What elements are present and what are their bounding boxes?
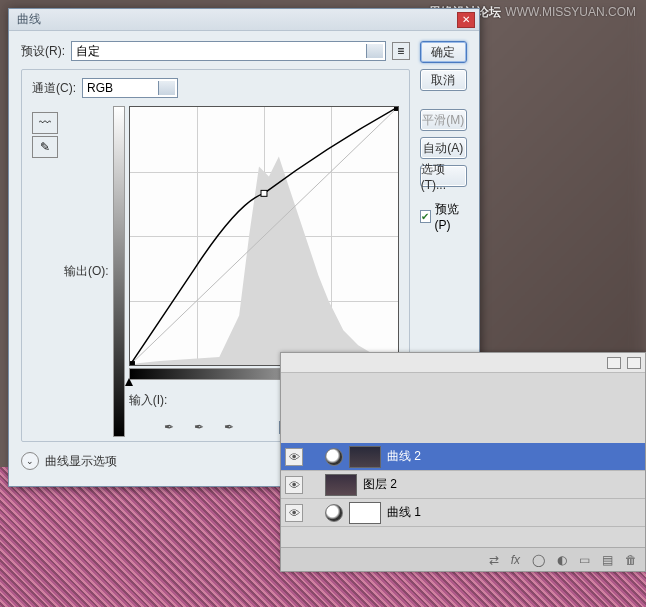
cancel-button[interactable]: 取消 xyxy=(420,69,467,91)
panel-titlebar[interactable] xyxy=(281,353,645,373)
auto-button[interactable]: 自动(A) xyxy=(420,137,467,159)
new-layer-icon[interactable]: ▤ xyxy=(602,553,613,567)
svg-rect-1 xyxy=(130,361,135,365)
output-gradient xyxy=(113,106,125,437)
panel-footer: ⇄ fx ◯ ◐ ▭ ▤ 🗑 xyxy=(281,547,645,571)
pencil-icon[interactable]: ✎ xyxy=(32,136,58,158)
trash-icon[interactable]: 🗑 xyxy=(625,553,637,567)
svg-rect-3 xyxy=(261,190,267,196)
layer-list: 👁 曲线 2 👁 图层 2 👁 曲线 1 xyxy=(281,443,645,547)
channel-label: 通道(C): xyxy=(32,80,76,97)
layer-name[interactable]: 曲线 2 xyxy=(387,448,641,465)
layer-mask-thumb[interactable] xyxy=(349,446,381,468)
curves-graph[interactable] xyxy=(129,106,399,366)
mask-icon[interactable]: ◯ xyxy=(532,553,545,567)
chevron-down-icon xyxy=(371,49,379,54)
input-label: 输入(I): xyxy=(129,393,168,407)
layer-row-empty xyxy=(281,527,645,547)
dialog-title: 曲线 xyxy=(13,11,457,28)
layer-row[interactable]: 👁 曲线 1 xyxy=(281,499,645,527)
minimize-icon[interactable] xyxy=(607,357,621,369)
black-eyedropper-icon[interactable]: ✒ xyxy=(159,417,179,437)
close-icon[interactable]: ✕ xyxy=(457,12,475,28)
black-point-handle[interactable] xyxy=(125,378,133,386)
preview-checkbox[interactable]: ✔ xyxy=(420,210,431,223)
fx-icon[interactable]: fx xyxy=(511,553,520,567)
layer-row[interactable]: 👁 曲线 2 xyxy=(281,443,645,471)
link-icon[interactable]: ⇄ xyxy=(489,553,499,567)
curve-draw-icon[interactable]: 〰 xyxy=(32,112,58,134)
preset-label: 预设(R): xyxy=(21,43,65,60)
expand-icon[interactable]: ⌄ xyxy=(21,452,39,470)
svg-rect-2 xyxy=(394,107,398,111)
visibility-icon[interactable]: 👁 xyxy=(285,504,303,522)
adjustment-layer-icon[interactable]: ◐ xyxy=(557,553,567,567)
layer-name[interactable]: 图层 2 xyxy=(363,476,641,493)
preset-menu-icon[interactable]: ≡ xyxy=(392,42,410,60)
layer-name[interactable]: 曲线 1 xyxy=(387,504,641,521)
group-icon[interactable]: ▭ xyxy=(579,553,590,567)
layer-mask-thumb[interactable] xyxy=(349,502,381,524)
white-eyedropper-icon[interactable]: ✒ xyxy=(219,417,239,437)
channel-combo[interactable]: RGB xyxy=(82,78,178,98)
panel-options-area xyxy=(281,373,645,443)
visibility-icon[interactable]: 👁 xyxy=(285,448,303,466)
layers-panel: 👁 曲线 2 👁 图层 2 👁 曲线 1 ⇄ fx ◯ ◐ ▭ ▤ 🗑 xyxy=(280,352,646,572)
expand-label: 曲线显示选项 xyxy=(45,453,117,470)
layer-row[interactable]: 👁 图层 2 xyxy=(281,471,645,499)
adjustment-icon xyxy=(325,448,343,466)
curve-line xyxy=(130,107,398,365)
gray-eyedropper-icon[interactable]: ✒ xyxy=(189,417,209,437)
ok-button[interactable]: 确定 xyxy=(420,41,467,63)
options-button[interactable]: 选项(T)... xyxy=(420,165,467,187)
preset-combo[interactable]: 自定 xyxy=(71,41,386,61)
visibility-icon[interactable]: 👁 xyxy=(285,476,303,494)
chevron-down-icon xyxy=(163,86,171,91)
dialog-titlebar[interactable]: 曲线 ✕ xyxy=(9,9,479,31)
panel-close-icon[interactable] xyxy=(627,357,641,369)
layer-thumb[interactable] xyxy=(325,474,357,496)
adjustment-icon xyxy=(325,504,343,522)
preview-label: 预览(P) xyxy=(435,201,467,232)
output-label: 输出(O): xyxy=(64,263,109,280)
smooth-button: 平滑(M) xyxy=(420,109,467,131)
svg-line-0 xyxy=(130,107,398,365)
